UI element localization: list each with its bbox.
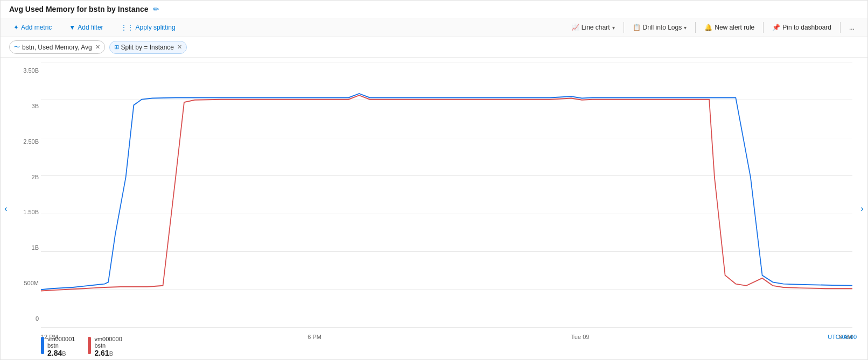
metric-tag-label: bstn, Used Memory, Avg	[22, 44, 92, 51]
toolbar-right: 📈 Line chart ▾ 📋 Drill into Logs ▾ 🔔 New…	[567, 22, 859, 33]
drill-into-logs-button[interactable]: 📋 Drill into Logs ▾	[628, 22, 691, 33]
drill-logs-dropdown-arrow: ▾	[684, 25, 687, 31]
line-chart-label: Line chart	[582, 24, 610, 31]
legend-unit-vm000001: B	[62, 350, 66, 357]
y-label-350b: 3.50B	[23, 67, 39, 74]
split-tag-label: Split by = Instance	[121, 44, 174, 51]
split-tag-close[interactable]: ✕	[177, 44, 182, 51]
add-metric-label: Add metric	[21, 24, 52, 31]
add-filter-label: Add filter	[78, 24, 103, 31]
apply-splitting-button[interactable]: ⋮⋮ Apply splitting	[116, 22, 180, 33]
toolbar-divider-3	[763, 22, 764, 33]
y-axis: 3.50B 3B 2.50B 2B 1.50B 1B 500M 0	[11, 62, 41, 327]
edit-icon[interactable]: ✏	[153, 5, 159, 13]
more-options-label: ...	[849, 24, 855, 31]
toolbar-divider-1	[624, 22, 624, 33]
metric-tag-icon: 〜	[14, 43, 20, 51]
more-options-button[interactable]: ...	[845, 22, 859, 33]
legend-value-vm000001: 2.84B	[47, 349, 75, 357]
legend: vm000001 bstn 2.84B vm000000 bstn 2.61B	[41, 334, 122, 359]
chart-svg	[41, 62, 852, 327]
new-alert-rule-button[interactable]: 🔔 New alert rule	[700, 22, 759, 33]
filter-icon: ▼	[69, 24, 75, 31]
legend-instance-vm000001: vm000001	[47, 336, 75, 342]
add-filter-button[interactable]: ▼ Add filter	[65, 22, 107, 33]
chart-nav-right-button[interactable]: ›	[857, 198, 867, 220]
x-label-6pm: 6 PM	[307, 334, 321, 340]
legend-text-vm000000: vm000000 bstn 2.61B	[94, 336, 122, 357]
page-container: Avg Used Memory for bstn by Instance ✏ ✦…	[0, 0, 868, 360]
x-axis: 12 PM 6 PM Tue 09 6 AM	[41, 334, 852, 340]
add-metric-button[interactable]: ✦ Add metric	[9, 22, 56, 33]
line-chart-dropdown-arrow: ▾	[612, 25, 615, 31]
chart-inner: 3.50B 3B 2.50B 2B 1.50B 1B 500M 0	[11, 62, 857, 359]
splitting-icon: ⋮⋮	[121, 24, 134, 31]
pin-to-dashboard-label: Pin to dashboard	[782, 24, 831, 31]
toolbar: ✦ Add metric ▼ Add filter ⋮⋮ Apply split…	[1, 18, 867, 37]
chart-nav-left-button[interactable]: ‹	[1, 198, 11, 220]
pin-icon: 📌	[772, 24, 780, 31]
metric-filter-tag[interactable]: 〜 bstn, Used Memory, Avg ✕	[9, 40, 105, 54]
toolbar-left: ✦ Add metric ▼ Add filter ⋮⋮ Apply split…	[9, 22, 567, 33]
legend-color-red	[88, 337, 91, 354]
metric-tag-close[interactable]: ✕	[95, 44, 100, 51]
y-label-2b: 2B	[32, 174, 39, 180]
red-line	[41, 95, 852, 291]
legend-color-blue	[41, 337, 44, 354]
y-label-1b: 1B	[32, 244, 39, 251]
legend-unit-vm000000: B	[109, 350, 113, 357]
legend-namespace-vm000001: bstn	[47, 342, 75, 349]
x-label-tue09: Tue 09	[571, 334, 590, 340]
x-utc-label: UTC-08:00	[828, 334, 857, 340]
grid-line-8	[41, 327, 852, 328]
legend-item-vm000001: vm000001 bstn 2.84B	[41, 336, 75, 357]
drill-into-logs-label: Drill into Logs	[643, 24, 682, 31]
legend-value-vm000000: 2.61B	[94, 349, 122, 357]
y-label-0: 0	[36, 315, 39, 322]
alert-icon: 🔔	[704, 24, 712, 31]
legend-namespace-vm000000: bstn	[94, 342, 122, 349]
pin-to-dashboard-button[interactable]: 📌 Pin to dashboard	[768, 22, 836, 33]
legend-text-vm000001: vm000001 bstn 2.84B	[47, 336, 75, 357]
split-filter-tag[interactable]: ⊞ Split by = Instance ✕	[109, 41, 187, 54]
legend-instance-vm000000: vm000000	[94, 336, 122, 342]
toolbar-divider-2	[695, 22, 696, 33]
title-bar: Avg Used Memory for bstn by Instance ✏	[1, 1, 867, 18]
y-label-150b: 1.50B	[23, 209, 39, 215]
toolbar-divider-4	[840, 22, 841, 33]
legend-item-vm000000: vm000000 bstn 2.61B	[88, 336, 122, 357]
y-label-3b: 3B	[32, 103, 39, 109]
blue-line	[41, 94, 852, 290]
add-metric-icon: ✦	[13, 24, 19, 31]
apply-splitting-label: Apply splitting	[136, 24, 176, 31]
filter-row: 〜 bstn, Used Memory, Avg ✕ ⊞ Split by = …	[1, 37, 867, 58]
line-chart-icon: 📈	[571, 24, 579, 31]
y-label-250b: 2.50B	[23, 138, 39, 145]
chart-container: ‹ › 3.50B 3B 2.50B 2B 1.50B 1B 500M 0	[1, 58, 867, 359]
page-title: Avg Used Memory for bstn by Instance	[9, 5, 149, 13]
chart-plot	[41, 62, 852, 327]
drill-logs-icon: 📋	[633, 24, 641, 31]
new-alert-rule-label: New alert rule	[715, 24, 754, 31]
split-tag-icon: ⊞	[114, 44, 119, 51]
y-label-500m: 500M	[24, 280, 39, 286]
line-chart-button[interactable]: 📈 Line chart ▾	[567, 22, 619, 33]
